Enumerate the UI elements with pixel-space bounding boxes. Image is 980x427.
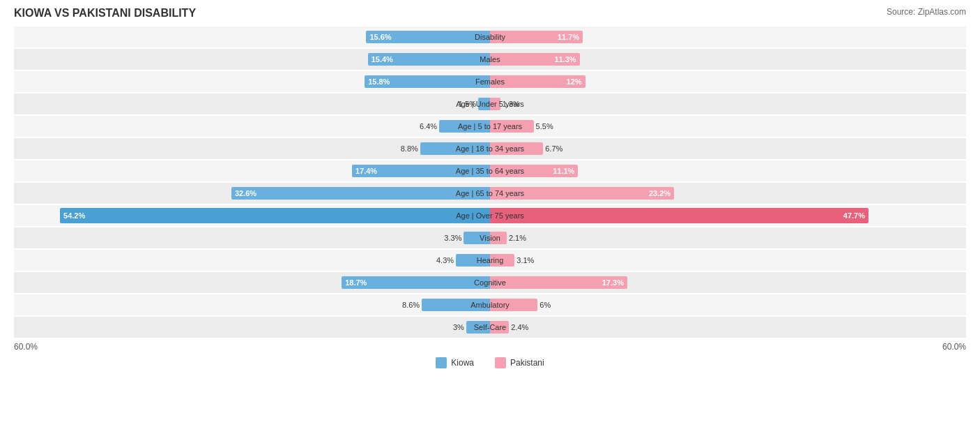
left-side: 54.2% (14, 205, 490, 226)
bar-row: 54.2% Age | Over 75 years 47.7% (14, 205, 966, 226)
left-side: 15.6% (14, 27, 490, 47)
right-side: 47.7% (490, 205, 966, 226)
left-side: 17.4% (14, 160, 490, 181)
chart-source: Source: ZipAtlas.com (887, 7, 966, 17)
val-right-2: 12% (567, 77, 585, 86)
bar-row: 1.5% Age | Under 5 years 1.3% (14, 93, 966, 114)
bar-row: 8.8% Age | 18 to 34 years 6.7% (14, 138, 966, 159)
chart-title: KIOWA VS PAKISTANI DISABILITY (14, 7, 196, 20)
val-left-7: 32.6% (231, 189, 257, 197)
right-side: 11.3% (490, 49, 966, 70)
left-side: 15.4% (14, 49, 490, 70)
left-side: 8.6% (14, 294, 490, 315)
left-side: 8.8% (14, 138, 490, 159)
bar-row: 32.6% Age | 65 to 74 years 23.2% (14, 183, 966, 204)
bar-left-3 (478, 98, 490, 110)
bar-right-7: 23.2% (490, 187, 674, 200)
axis-left: 60.0% (14, 342, 38, 352)
bar-right-9 (490, 232, 507, 244)
left-side: 18.7% (14, 272, 490, 293)
val-right-out-13: 2.4% (509, 323, 528, 331)
val-right-7: 23.2% (649, 189, 674, 197)
bar-left-7: 32.6% (231, 187, 490, 200)
bar-right-12 (490, 299, 537, 311)
val-right-11: 17.3% (602, 278, 627, 287)
chart-container: 15.6% Disability 11.7% 15.4% Males 11.3% (14, 27, 966, 338)
bar-left-4 (439, 120, 490, 133)
val-left-2: 15.8% (365, 77, 390, 86)
right-side: 6% (490, 294, 966, 315)
val-right-8: 47.7% (843, 211, 868, 220)
val-left-0: 15.6% (366, 33, 391, 41)
right-side: 12% (490, 71, 966, 92)
legend: Kiowa Pakistani (14, 357, 966, 368)
val-left-out-10: 4.3% (436, 256, 456, 264)
val-left-out-9: 3.3% (444, 234, 464, 242)
bar-right-5 (490, 142, 543, 155)
bar-left-2: 15.8% (365, 75, 490, 88)
bar-right-4 (490, 120, 534, 133)
bar-left-11: 18.7% (342, 276, 490, 289)
val-left-out-4: 6.4% (420, 122, 439, 130)
bar-left-12 (422, 299, 490, 311)
val-left-out-3: 1.5% (459, 100, 478, 108)
bar-row: 17.4% Age | 35 to 64 years 11.1% (14, 160, 966, 181)
left-side: 1.5% (14, 93, 490, 114)
bar-row: 8.6% Ambulatory 6% (14, 294, 966, 315)
val-right-6: 11.1% (553, 167, 578, 175)
bar-row: 15.8% Females 12% (14, 71, 966, 92)
bar-row: 15.4% Males 11.3% (14, 49, 966, 70)
left-side: 4.3% (14, 250, 490, 271)
left-side: 6.4% (14, 116, 490, 137)
axis-right: 60.0% (942, 342, 966, 352)
left-side: 3.3% (14, 227, 490, 248)
bar-left-9 (464, 232, 490, 244)
val-right-0: 11.7% (558, 33, 583, 41)
bar-right-0: 11.7% (490, 31, 583, 43)
legend-pakistani-box (495, 357, 506, 368)
bar-right-2: 12% (490, 75, 585, 88)
right-side: 11.1% (490, 160, 966, 181)
bar-row: 3.3% Vision 2.1% (14, 227, 966, 248)
bar-right-8: 47.7% (490, 208, 868, 223)
legend-kiowa: Kiowa (436, 357, 474, 368)
val-left-out-13: 3% (453, 323, 466, 331)
val-left-11: 18.7% (342, 278, 367, 287)
val-left-8: 54.2% (60, 211, 85, 220)
val-left-out-5: 8.8% (401, 144, 420, 153)
bar-row: 6.4% Age | 5 to 17 years 5.5% (14, 116, 966, 137)
bar-row: 18.7% Cognitive 17.3% (14, 272, 966, 293)
bar-left-10 (456, 254, 490, 267)
bar-left-5 (420, 142, 490, 155)
val-left-6: 17.4% (352, 167, 377, 175)
val-right-out-12: 6% (537, 301, 551, 309)
bar-row: 15.6% Disability 11.7% (14, 27, 966, 47)
val-right-out-10: 3.1% (514, 256, 534, 264)
val-left-out-12: 8.6% (402, 301, 422, 309)
bar-row: 4.3% Hearing 3.1% (14, 250, 966, 271)
left-side: 3% (14, 317, 490, 338)
bar-right-3 (490, 98, 500, 110)
bar-left-0: 15.6% (366, 31, 490, 43)
right-side: 1.3% (490, 93, 966, 114)
val-right-out-5: 6.7% (543, 144, 562, 153)
left-side: 15.8% (14, 71, 490, 92)
legend-kiowa-label: Kiowa (451, 358, 474, 368)
val-right-out-9: 2.1% (507, 234, 526, 242)
bar-left-13 (466, 321, 490, 334)
axis-row: 60.0% 60.0% (14, 342, 966, 352)
bar-row: 3% Self-Care 2.4% (14, 317, 966, 338)
legend-pakistani: Pakistani (495, 357, 544, 368)
right-side: 2.1% (490, 227, 966, 248)
left-side: 32.6% (14, 183, 490, 204)
right-side: 17.3% (490, 272, 966, 293)
legend-kiowa-box (436, 357, 447, 368)
chart-header: KIOWA VS PAKISTANI DISABILITY Source: Zi… (14, 7, 966, 20)
right-side: 11.7% (490, 27, 966, 47)
val-right-out-4: 5.5% (534, 122, 553, 130)
bar-left-6: 17.4% (352, 165, 490, 177)
bar-right-6: 11.1% (490, 165, 578, 177)
bar-left-8: 54.2% (60, 208, 490, 223)
right-side: 23.2% (490, 183, 966, 204)
bar-right-13 (490, 321, 509, 334)
